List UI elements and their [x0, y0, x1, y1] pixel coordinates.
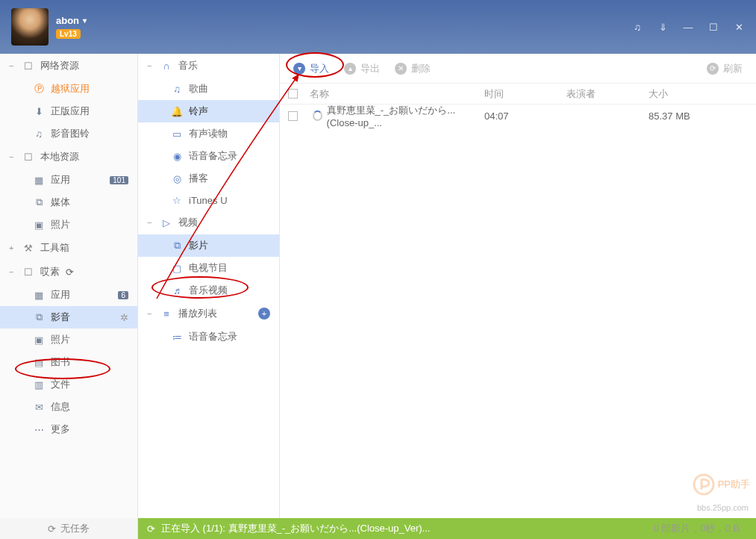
nav-item-音乐视频[interactable]: ♬ 音乐视频: [138, 279, 279, 302]
nav-item-影音图铃[interactable]: ♫ 影音图铃: [0, 122, 137, 145]
nav-item-信息[interactable]: ✉ 信息: [0, 396, 137, 418]
podcast-icon: ◎: [171, 172, 183, 184]
nav-item-label: 影音图铃: [51, 127, 90, 140]
nav-group-header[interactable]: − ☐ 哎素 ⟳: [0, 260, 137, 284]
folder-icon: ☐: [22, 60, 34, 72]
sidebar-mid: − ∩ 音乐 ♫ 歌曲🔔 铃声▭ 有声读物◉ 语音备忘录◎ 播客☆ iTunes…: [138, 54, 280, 518]
film-icon: ⧉: [171, 240, 183, 252]
nav-item-label: iTunes U: [189, 195, 228, 206]
import-button[interactable]: ▾ 导入: [293, 62, 329, 75]
camera-icon: ⧉: [33, 311, 45, 323]
group-label: 视频: [178, 216, 198, 229]
nav-item-label: 影片: [189, 239, 208, 252]
maximize-icon[interactable]: ☐: [707, 21, 719, 33]
nav-item-媒体[interactable]: ⧉ 媒体: [0, 191, 137, 214]
loading-spin-icon: ✲: [120, 312, 128, 323]
nav-item-label: 应用: [51, 288, 70, 302]
nav-item-影音[interactable]: ⧉ 影音 ✲: [0, 306, 137, 328]
th-time[interactable]: 时间: [484, 87, 566, 101]
delete-button[interactable]: ✕ 删除: [395, 62, 431, 75]
video-icon: ▷: [160, 216, 172, 228]
minimize-icon[interactable]: —: [682, 21, 694, 33]
close-icon[interactable]: ✕: [733, 21, 745, 33]
headphones-icon: ∩: [160, 60, 172, 72]
username[interactable]: abon ▾: [56, 15, 87, 26]
more-icon: ⋯: [33, 423, 45, 435]
th-name[interactable]: 名称: [305, 87, 484, 101]
table-row[interactable]: 真野恵里菜_-_お願いだから...(Close-up_... 04:07 85.…: [280, 105, 756, 127]
status-no-task[interactable]: ⟳ 无任务: [0, 518, 138, 539]
book-icon: ▤: [33, 356, 45, 368]
memo-icon: ◉: [171, 150, 183, 162]
music-note-icon: ♫: [33, 128, 45, 140]
loading-spin-icon: [313, 110, 322, 121]
nav-item-应用[interactable]: ▦ 应用 101: [0, 169, 137, 191]
row-size: 85.37 MB: [649, 110, 723, 122]
status-importing[interactable]: ⟳ 正在导入 (1/1): 真野恵里菜_-_お願いだから...(Close-up…: [138, 518, 756, 539]
nav-item-照片[interactable]: ▣ 照片: [0, 328, 137, 351]
nav-item-label: 越狱应用: [51, 82, 90, 96]
nav-item-照片[interactable]: ▣ 照片: [0, 214, 137, 236]
folder-icon: ☐: [22, 151, 34, 163]
nav-item-label: 图书: [51, 355, 70, 369]
table-body: 真野恵里菜_-_お願いだから...(Close-up_... 04:07 85.…: [280, 105, 756, 127]
nav-item-语音备忘录[interactable]: ≔ 语音备忘录: [138, 325, 279, 348]
refresh-icon[interactable]: ⟳: [66, 267, 74, 278]
group-label: 播放列表: [178, 307, 217, 320]
add-icon[interactable]: +: [258, 308, 270, 320]
checkbox[interactable]: [288, 111, 298, 121]
nav-group-header[interactable]: − ∩ 音乐: [138, 54, 279, 78]
checkbox[interactable]: [288, 89, 298, 99]
dropdown-caret-icon: ▾: [83, 16, 87, 25]
nav-group-header[interactable]: − ☐ 本地资源: [0, 145, 137, 169]
avatar[interactable]: [11, 8, 49, 46]
memo-list-icon: ≔: [171, 331, 183, 343]
nav-item-label: 照片: [51, 333, 70, 346]
th-size[interactable]: 大小: [649, 87, 723, 101]
nav-item-label: 照片: [51, 218, 70, 231]
row-name: 真野恵里菜_-_お願いだから...(Close-up_...: [327, 104, 484, 128]
nav-item-图书[interactable]: ▤ 图书: [0, 351, 137, 373]
apps-icon: ▦: [33, 174, 45, 186]
p-icon: Ⓟ: [33, 83, 45, 95]
nav-item-文件[interactable]: ▥ 文件: [0, 373, 137, 396]
nav-item-label: 语音备忘录: [189, 330, 237, 343]
export-button[interactable]: ▴ 导出: [344, 62, 380, 75]
nav-group-header[interactable]: + ⚒ 工具箱: [0, 236, 137, 260]
delete-icon: ✕: [395, 63, 407, 75]
nav-item-iTunes U[interactable]: ☆ iTunes U: [138, 190, 279, 211]
nav-group-header[interactable]: − ▷ 视频: [138, 211, 279, 234]
nav-item-label: 语音备忘录: [189, 149, 237, 163]
photo-icon: ▣: [33, 334, 45, 346]
nav-item-越狱应用[interactable]: Ⓟ 越狱应用: [0, 78, 137, 100]
nav-item-歌曲[interactable]: ♫ 歌曲: [138, 78, 279, 100]
sidebar-left: − ☐ 网络资源 Ⓟ 越狱应用 ⬇ 正版应用 ♫ 影音图铃 − ☐ 本地资源 ▦…: [0, 54, 138, 518]
mv-icon: ♬: [171, 284, 183, 296]
nav-item-应用[interactable]: ▦ 应用 6: [0, 284, 137, 306]
nav-item-label: 电视节目: [189, 261, 228, 275]
th-check[interactable]: [280, 89, 305, 99]
toolbar: ▾ 导入 ▴ 导出 ✕ 删除 ⟳ 刷新: [280, 54, 756, 84]
nav-item-电视节目[interactable]: ▢ 电视节目: [138, 257, 279, 279]
music-icon[interactable]: ♫: [631, 21, 643, 33]
menu-icon[interactable]: ⇓: [657, 21, 669, 33]
th-artist[interactable]: 表演者: [566, 87, 649, 101]
nav-item-播客[interactable]: ◎ 播客: [138, 167, 279, 190]
download-icon: ⬇: [33, 105, 45, 117]
audiobook-icon: ▭: [171, 128, 183, 140]
nav-item-label: 影音: [51, 311, 70, 324]
refresh-button[interactable]: ⟳ 刷新: [707, 62, 743, 75]
status-bar: ⟳ 无任务 ⟳ 正在导入 (1/1): 真野恵里菜_-_お願いだから...(Cl…: [0, 518, 756, 539]
nav-group-header[interactable]: − ☐ 网络资源: [0, 54, 137, 78]
nav-item-影片[interactable]: ⧉ 影片: [138, 234, 279, 257]
nav-item-有声读物[interactable]: ▭ 有声读物: [138, 122, 279, 145]
nav-item-语音备忘录[interactable]: ◉ 语音备忘录: [138, 145, 279, 167]
status-summary: 0 部影片，0秒，0 B: [653, 522, 747, 535]
nav-item-更多[interactable]: ⋯ 更多: [0, 418, 137, 440]
nav-item-正版应用[interactable]: ⬇ 正版应用: [0, 100, 137, 122]
message-icon: ✉: [33, 401, 45, 413]
nav-group-header[interactable]: − ≡ 播放列表 +: [138, 302, 279, 325]
header: abon ▾ Lv13 ♫ ⇓ — ☐ ✕: [0, 0, 756, 54]
toggle-icon: −: [147, 218, 154, 227]
nav-item-铃声[interactable]: 🔔 铃声: [138, 100, 279, 122]
